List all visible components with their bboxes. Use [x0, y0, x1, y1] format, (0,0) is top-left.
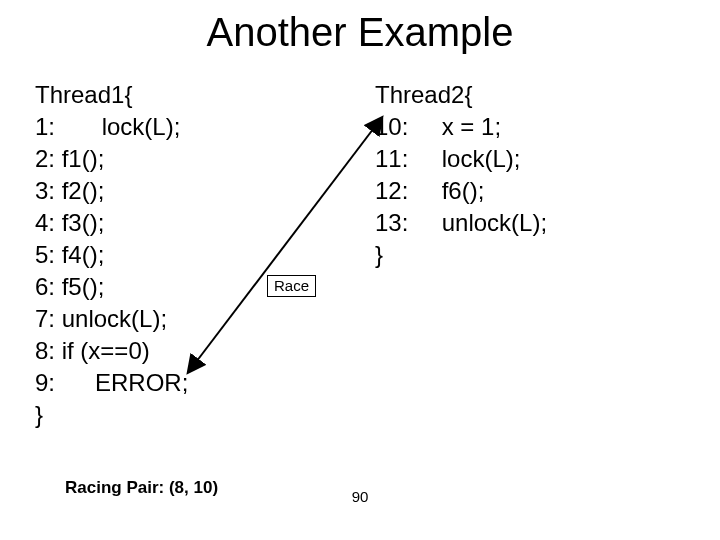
code-line: 5: f4();	[35, 239, 295, 271]
code-line: Thread1{	[35, 79, 295, 111]
thread2-code: Thread2{ 10: x = 1; 11: lock(L); 12: f6(…	[375, 79, 635, 271]
code-line: Thread2{	[375, 79, 635, 111]
code-line: 10: x = 1;	[375, 111, 635, 143]
slide-title: Another Example	[0, 10, 720, 55]
code-line: 12: f6();	[375, 175, 635, 207]
code-line: 3: f2();	[35, 175, 295, 207]
code-line: 11: lock(L);	[375, 143, 635, 175]
code-line: }	[375, 239, 635, 271]
code-line: 9: ERROR;	[35, 367, 295, 399]
code-line: 6: f5();	[35, 271, 295, 303]
slide: Another Example Thread1{ 1: lock(L); 2: …	[0, 0, 720, 540]
page-number: 90	[0, 488, 720, 505]
code-line: 13: unlock(L);	[375, 207, 635, 239]
code-line: 4: f3();	[35, 207, 295, 239]
thread1-code: Thread1{ 1: lock(L); 2: f1(); 3: f2(); 4…	[35, 79, 295, 431]
race-label: Race	[267, 275, 316, 297]
code-line: 1: lock(L);	[35, 111, 295, 143]
code-line: 8: if (x==0)	[35, 335, 295, 367]
code-line: 2: f1();	[35, 143, 295, 175]
code-line: 7: unlock(L);	[35, 303, 295, 335]
code-line: }	[35, 399, 295, 431]
